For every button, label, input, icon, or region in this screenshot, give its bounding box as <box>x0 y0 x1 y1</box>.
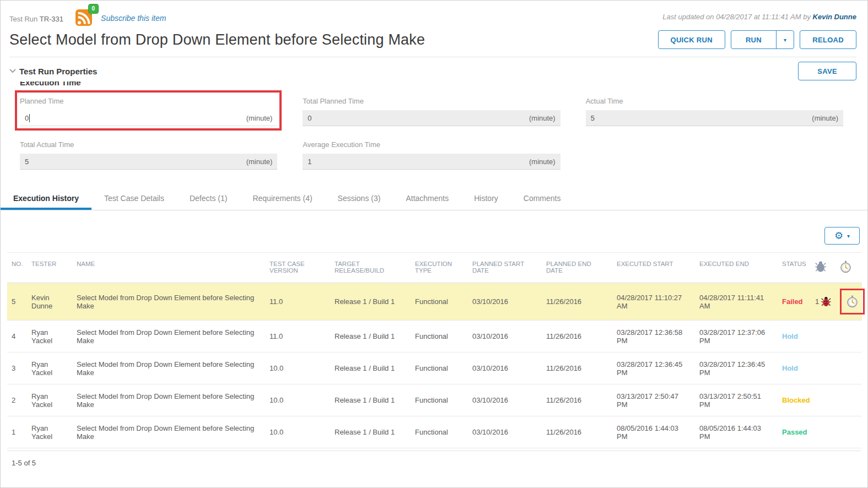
cell-defects <box>811 321 835 353</box>
save-button[interactable]: SAVE <box>798 62 856 80</box>
col-executed-end: EXECUTED END <box>695 253 778 283</box>
last-updated-user[interactable]: Kevin Dunne <box>813 13 856 21</box>
cell-planned-end-date: 11/26/2016 <box>542 416 612 448</box>
col-execution-type: EXECUTION TYPE <box>411 253 468 283</box>
field-label: Total Planned Time <box>303 97 560 105</box>
col-defects-bug-icon <box>811 253 835 283</box>
total-planned-time-input: 0 (minute) <box>303 110 560 126</box>
cell-test-case-version: 10.0 <box>265 384 330 416</box>
table-row[interactable]: 2 Ryan Yackel Select Model from Drop Dow… <box>7 384 862 416</box>
cell-no: 4 <box>7 321 27 353</box>
cell-planned-end-date: 11/26/2016 <box>542 384 612 416</box>
average-execution-time-input: 1 (minute) <box>303 154 560 170</box>
reload-button[interactable]: RELOAD <box>800 30 856 49</box>
cell-target-release-build: Release 1 / Build 1 <box>330 353 411 384</box>
properties-section-toggle[interactable]: Test Run Properties <box>9 67 97 76</box>
cell-target-release-build: Release 1 / Build 1 <box>330 384 411 416</box>
cell-tester: Ryan Yackel <box>27 384 72 416</box>
run-split-button[interactable]: RUN ▾ <box>731 30 794 49</box>
table-row[interactable]: 1 Ryan Yackel Select Model from Drop Dow… <box>7 416 862 448</box>
cell-execution-time <box>835 321 862 353</box>
cell-execution-type: Functional <box>411 353 468 384</box>
field-value: 0 <box>308 114 311 122</box>
cell-execution-type: Functional <box>411 384 468 416</box>
cell-tester: Ryan Yackel <box>27 321 72 353</box>
clock-icon[interactable] <box>847 295 858 308</box>
cell-target-release-build: Release 1 / Build 1 <box>330 416 411 448</box>
cell-execution-time[interactable] <box>835 283 862 321</box>
unit-label: (minute) <box>529 158 556 166</box>
actual-time-input: 5 (minute) <box>586 110 843 126</box>
cell-name: Select Model from Drop Down Element befo… <box>72 283 265 321</box>
unit-label: (minute) <box>812 114 838 122</box>
field-value: 5 <box>591 114 595 122</box>
bug-icon[interactable] <box>821 296 831 307</box>
col-tester: TESTER <box>27 253 72 283</box>
tab-history[interactable]: History <box>461 186 511 210</box>
field-spacer <box>586 140 843 170</box>
cell-executed-start: 03/28/2017 12:36:58 PM <box>612 321 695 353</box>
tab-attachments[interactable]: Attachments <box>393 186 461 210</box>
cell-execution-time <box>835 353 862 384</box>
field-actual-time: Actual Time 5 (minute) <box>586 97 843 126</box>
cell-executed-end: 04/28/2017 11:11:41 AM <box>695 283 778 321</box>
col-execution-time-clock-icon <box>835 253 862 283</box>
cell-name: Select Model from Drop Down Element befo… <box>72 353 265 384</box>
cell-planned-end-date: 11/26/2016 <box>542 353 612 384</box>
tab-requirements[interactable]: Requirements (4) <box>240 186 325 210</box>
field-label: Total Actual Time <box>20 140 277 149</box>
subscribe-link[interactable]: Subscribe this item <box>101 10 166 23</box>
field-label: Actual Time <box>586 97 843 105</box>
tab-execution-history[interactable]: Execution History <box>1 186 91 210</box>
col-executed-start: EXECUTED START <box>612 253 695 283</box>
tab-defects[interactable]: Defects (1) <box>177 186 240 210</box>
clock-icon <box>840 261 851 273</box>
cell-executed-start: 03/28/2017 12:36:45 PM <box>612 353 695 384</box>
cell-defects[interactable]: 1 <box>811 283 835 321</box>
cell-planned-start-date: 03/10/2016 <box>468 416 542 448</box>
rss-subscribe-button[interactable]: 0 <box>76 9 92 26</box>
defect-count: 1 <box>815 297 819 306</box>
app-window: Test Run TR-331 0 Subscribe this item <box>0 0 868 488</box>
run-dropdown-toggle[interactable]: ▾ <box>776 31 794 48</box>
col-planned-end-date: PLANNED END DATE <box>542 253 612 283</box>
table-header-row: NO. TESTER NAME TEST CASE VERSION TARGET… <box>7 253 862 283</box>
cell-executed-start: 03/13/2017 2:50:47 PM <box>612 384 695 416</box>
caret-down-icon: ▾ <box>847 233 850 239</box>
field-total-planned-time: Total Planned Time 0 (minute) <box>303 97 560 126</box>
cell-name: Select Model from Drop Down Element befo… <box>72 321 265 353</box>
tab-test-case-details[interactable]: Test Case Details <box>91 186 177 210</box>
page-header: Test Run TR-331 0 Subscribe this item <box>1 1 867 57</box>
unit-label: (minute) <box>246 114 273 122</box>
cell-test-case-version: 10.0 <box>265 353 330 384</box>
execution-history-table: NO. TESTER NAME TEST CASE VERSION TARGET… <box>1 252 867 448</box>
cell-tester: Ryan Yackel <box>27 416 72 448</box>
status-badge: Failed <box>778 283 811 321</box>
gear-icon: ⚙ <box>834 231 843 241</box>
cell-planned-start-date: 03/10/2016 <box>468 353 542 384</box>
cell-execution-type: Functional <box>411 416 468 448</box>
planned-time-input[interactable]: 0 (minute) <box>20 110 277 126</box>
col-test-case-version: TEST CASE VERSION <box>265 253 330 283</box>
field-planned-time: Planned Time 0 (minute) <box>20 97 277 126</box>
cell-name: Select Model from Drop Down Element befo… <box>72 416 265 448</box>
field-total-actual-time: Total Actual Time 5 (minute) <box>20 140 277 170</box>
run-button[interactable]: RUN <box>731 31 776 48</box>
page-title: Select Model from Drop Down Element befo… <box>9 31 425 48</box>
table-settings-button[interactable]: ⚙ ▾ <box>824 227 860 245</box>
tab-comments[interactable]: Comments <box>511 186 574 210</box>
col-name: NAME <box>72 253 265 283</box>
cell-tester: Kevin Dunne <box>27 283 72 321</box>
col-planned-start-date: PLANNED START DATE <box>468 253 542 283</box>
table-row[interactable]: 4 Ryan Yackel Select Model from Drop Dow… <box>7 321 862 353</box>
chevron-down-icon <box>9 69 16 73</box>
cell-planned-start-date: 03/10/2016 <box>468 384 542 416</box>
breadcrumb-type: Test Run <box>9 15 37 23</box>
caret-down-icon: ▾ <box>784 37 786 43</box>
execution-time-group-title: Execution Time <box>20 82 856 88</box>
table-row[interactable]: 5 Kevin Dunne Select Model from Drop Dow… <box>7 283 862 321</box>
quick-run-button[interactable]: QUICK RUN <box>658 30 725 49</box>
cell-planned-end-date: 11/26/2016 <box>542 321 612 353</box>
tab-sessions[interactable]: Sessions (3) <box>325 186 393 210</box>
table-row[interactable]: 3 Ryan Yackel Select Model from Drop Dow… <box>7 353 862 384</box>
